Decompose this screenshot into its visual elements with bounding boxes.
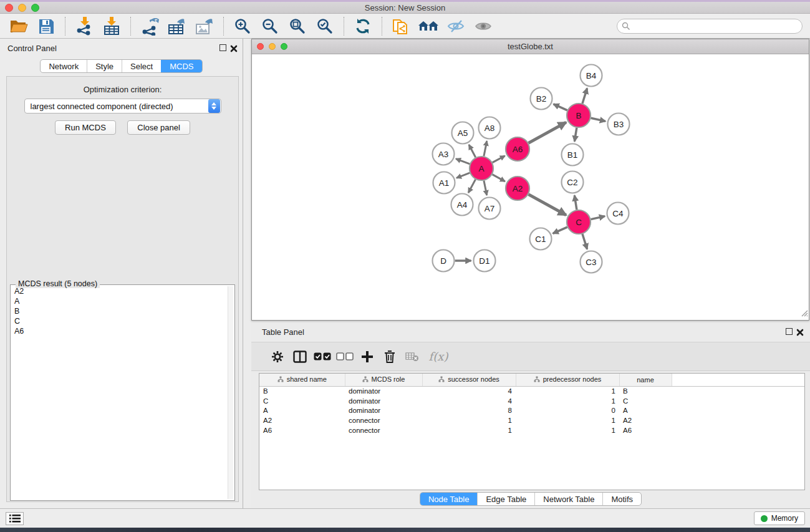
duplicate-network-icon[interactable] bbox=[390, 16, 412, 37]
zoom-in-icon[interactable] bbox=[232, 16, 253, 37]
home-first-neighbors-icon[interactable] bbox=[418, 16, 439, 37]
node-C2[interactable]: C2 bbox=[562, 172, 584, 193]
node-C1[interactable]: C1 bbox=[530, 228, 552, 250]
edge-B-B1[interactable] bbox=[574, 128, 576, 142]
export-network-icon[interactable] bbox=[139, 16, 160, 37]
minimize-window-button[interactable] bbox=[18, 4, 26, 12]
node-C3[interactable]: C3 bbox=[581, 251, 602, 273]
settings-gear-icon[interactable] bbox=[266, 346, 289, 368]
edge-C-C3[interactable] bbox=[582, 234, 587, 249]
column-header-name[interactable]: name bbox=[619, 374, 672, 386]
mcds-result-item[interactable]: A2 bbox=[12, 286, 227, 296]
run-mcds-button[interactable]: Run MCDS bbox=[55, 120, 116, 135]
table-row[interactable]: Bdominator41B bbox=[259, 386, 804, 396]
export-image-icon[interactable] bbox=[194, 16, 215, 37]
cell-shared-name[interactable]: A bbox=[259, 406, 345, 416]
node-A1[interactable]: A1 bbox=[433, 172, 455, 194]
edge-A-A5[interactable] bbox=[469, 145, 476, 157]
task-history-button[interactable] bbox=[6, 512, 24, 525]
cell-predecessor-nodes[interactable]: 1 bbox=[516, 425, 619, 435]
edge-A-A8[interactable] bbox=[484, 141, 487, 156]
node-A5[interactable]: A5 bbox=[452, 122, 474, 144]
close-panel-icon[interactable] bbox=[230, 44, 238, 55]
node-A7[interactable]: A7 bbox=[479, 198, 501, 220]
node-D1[interactable]: D1 bbox=[474, 250, 496, 272]
edge-A-A2[interactable] bbox=[493, 175, 505, 181]
zoom-network-window-button[interactable] bbox=[281, 43, 287, 50]
float-table-panel-icon[interactable] bbox=[786, 328, 793, 335]
mcds-result-item[interactable]: C bbox=[12, 316, 227, 326]
cell-MCDS-role[interactable]: dominator bbox=[345, 386, 422, 396]
edge-A2-C[interactable] bbox=[529, 195, 566, 215]
cell-name[interactable]: A6 bbox=[619, 425, 672, 435]
edge-B-B4[interactable] bbox=[582, 89, 587, 104]
search-input[interactable] bbox=[617, 19, 803, 34]
cell-shared-name[interactable]: A2 bbox=[259, 415, 345, 425]
node-A3[interactable]: A3 bbox=[433, 143, 455, 165]
save-session-icon[interactable] bbox=[36, 16, 57, 37]
close-table-panel-icon[interactable] bbox=[796, 327, 804, 339]
table-row[interactable]: Adominator80A bbox=[259, 406, 804, 416]
node-D[interactable]: D bbox=[433, 250, 455, 272]
node-C[interactable]: C bbox=[567, 210, 591, 234]
cell-MCDS-role[interactable]: connector bbox=[345, 425, 422, 435]
cell-predecessor-nodes[interactable]: 1 bbox=[516, 415, 619, 425]
edge-C-C4[interactable] bbox=[591, 216, 605, 220]
tab-network[interactable]: Network bbox=[41, 60, 87, 72]
column-header-MCDS-role[interactable]: MCDS role bbox=[345, 374, 422, 386]
cell-predecessor-nodes[interactable]: 1 bbox=[516, 396, 619, 406]
mcds-result-item[interactable]: A bbox=[12, 296, 227, 306]
cell-shared-name[interactable]: B bbox=[259, 386, 345, 396]
cell-name[interactable]: A2 bbox=[619, 415, 672, 425]
node-B1[interactable]: B1 bbox=[562, 144, 584, 166]
import-network-icon[interactable] bbox=[74, 16, 95, 37]
zoom-out-icon[interactable] bbox=[259, 16, 281, 37]
tab-select[interactable]: Select bbox=[122, 60, 161, 72]
export-table-icon[interactable] bbox=[166, 16, 188, 37]
edge-A6-B[interactable] bbox=[529, 122, 566, 143]
cell-successor-nodes[interactable]: 4 bbox=[422, 396, 516, 406]
cell-MCDS-role[interactable]: dominator bbox=[345, 406, 422, 416]
cell-predecessor-nodes[interactable]: 0 bbox=[516, 406, 619, 416]
show-all-eye-icon[interactable] bbox=[473, 16, 494, 37]
column-header-successor-nodes[interactable]: successor nodes bbox=[422, 374, 516, 386]
edge-C-C1[interactable] bbox=[553, 227, 567, 233]
edge-B-B3[interactable] bbox=[591, 118, 605, 121]
cell-name[interactable]: A bbox=[619, 406, 672, 416]
edge-A-A4[interactable] bbox=[468, 180, 475, 193]
scrollbar-track[interactable] bbox=[228, 286, 233, 499]
cell-name[interactable]: C bbox=[619, 396, 672, 406]
network-window-titlebar[interactable]: testGlobe.txt bbox=[252, 39, 809, 54]
edge-A-A6[interactable] bbox=[493, 156, 505, 163]
edge-B-B2[interactable] bbox=[554, 104, 567, 110]
split-columns-icon[interactable] bbox=[289, 346, 311, 368]
close-panel-button[interactable]: Close panel bbox=[127, 120, 190, 135]
open-session-icon[interactable] bbox=[8, 16, 29, 37]
tab-style[interactable]: Style bbox=[87, 60, 122, 72]
node-B4[interactable]: B4 bbox=[581, 65, 602, 87]
add-column-icon[interactable] bbox=[356, 346, 378, 368]
node-B3[interactable]: B3 bbox=[608, 114, 630, 135]
zoom-window-button[interactable] bbox=[31, 4, 39, 12]
hide-selected-eye-icon[interactable] bbox=[445, 16, 466, 37]
table-row[interactable]: A2connector11A2 bbox=[259, 415, 804, 425]
close-network-window-button[interactable] bbox=[257, 43, 264, 50]
zoom-selected-icon[interactable] bbox=[314, 16, 335, 37]
cell-shared-name[interactable]: A6 bbox=[259, 425, 345, 435]
mcds-result-item[interactable]: B bbox=[12, 306, 227, 316]
node-A[interactable]: A bbox=[470, 157, 493, 180]
cell-successor-nodes[interactable]: 8 bbox=[422, 406, 516, 416]
node-C4[interactable]: C4 bbox=[607, 203, 629, 225]
column-header-predecessor-nodes[interactable]: predecessor nodes bbox=[516, 374, 619, 386]
cell-MCDS-role[interactable]: dominator bbox=[345, 396, 422, 406]
edge-C-C2[interactable] bbox=[574, 195, 577, 210]
zoom-fit-icon[interactable] bbox=[287, 16, 308, 37]
tab-edge-table[interactable]: Edge Table bbox=[477, 493, 534, 505]
refresh-layout-icon[interactable] bbox=[352, 16, 374, 37]
node-A4[interactable]: A4 bbox=[451, 194, 473, 216]
table-row[interactable]: Cdominator41C bbox=[259, 396, 804, 406]
edge-A-A3[interactable] bbox=[456, 159, 470, 164]
node-A8[interactable]: A8 bbox=[479, 117, 501, 139]
node-B[interactable]: B bbox=[567, 104, 591, 127]
tab-node-table[interactable]: Node Table bbox=[420, 493, 478, 505]
